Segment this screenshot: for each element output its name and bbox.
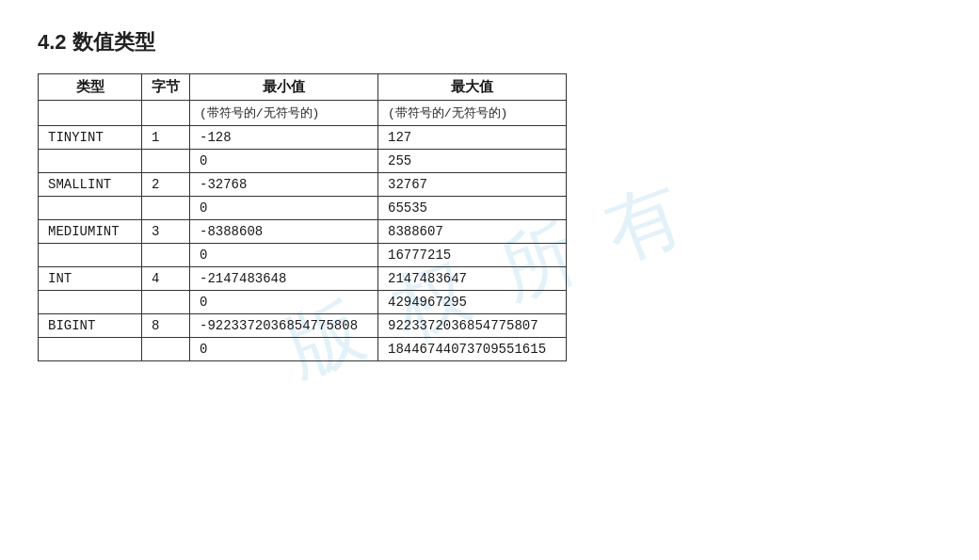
- header-max: 最大值: [378, 74, 567, 101]
- page-title: 4.2 数值类型: [38, 28, 941, 56]
- cell-bytes-3: [142, 197, 190, 220]
- cell-type-5: [39, 244, 142, 267]
- table-row: SMALLINT2-3276832767: [39, 173, 567, 197]
- cell-bytes-4: 3: [142, 220, 190, 244]
- cell-bytes-5: [142, 244, 190, 267]
- cell-type-1: [39, 150, 142, 173]
- table-row: 04294967295: [39, 291, 567, 314]
- cell-min-4: -8388608: [190, 220, 378, 244]
- cell-min-1: 0: [190, 150, 378, 173]
- cell-max-9: 18446744073709551615: [378, 338, 567, 361]
- cell-max-5: 16777215: [378, 244, 567, 267]
- header-type-sub: [39, 101, 142, 126]
- table-row: 018446744073709551615: [39, 338, 567, 361]
- cell-bytes-8: 8: [142, 314, 190, 338]
- cell-min-9: 0: [190, 338, 378, 361]
- header-bytes: 字节: [142, 74, 190, 101]
- table-row: BIGINT8-92233720368547758089223372036854…: [39, 314, 567, 338]
- cell-max-0: 127: [378, 126, 567, 150]
- cell-max-3: 65535: [378, 197, 567, 220]
- data-table-wrapper: 类型 字节 最小值 最大值 (带符号的/无符号的) (带符号的/无符号的) TI…: [38, 73, 567, 361]
- cell-min-6: -2147483648: [190, 267, 378, 291]
- table-row: MEDIUMINT3-83886088388607: [39, 220, 567, 244]
- cell-min-5: 0: [190, 244, 378, 267]
- cell-type-8: BIGINT: [39, 314, 142, 338]
- table-row: INT4-21474836482147483647: [39, 267, 567, 291]
- cell-type-2: SMALLINT: [39, 173, 142, 197]
- cell-bytes-6: 4: [142, 267, 190, 291]
- cell-max-4: 8388607: [378, 220, 567, 244]
- header-type: 类型: [39, 74, 142, 101]
- table-row: TINYINT1-128127: [39, 126, 567, 150]
- header-max-sub: (带符号的/无符号的): [378, 101, 567, 126]
- cell-type-7: [39, 291, 142, 314]
- cell-max-6: 2147483647: [378, 267, 567, 291]
- cell-type-0: TINYINT: [39, 126, 142, 150]
- cell-min-7: 0: [190, 291, 378, 314]
- cell-min-2: -32768: [190, 173, 378, 197]
- cell-min-3: 0: [190, 197, 378, 220]
- table-row: 0255: [39, 150, 567, 173]
- header-bytes-sub: [142, 101, 190, 126]
- cell-bytes-0: 1: [142, 126, 190, 150]
- table-row: 065535: [39, 197, 567, 220]
- cell-max-1: 255: [378, 150, 567, 173]
- cell-max-7: 4294967295: [378, 291, 567, 314]
- numeric-types-table: 类型 字节 最小值 最大值 (带符号的/无符号的) (带符号的/无符号的) TI…: [38, 73, 567, 361]
- table-row: 016777215: [39, 244, 567, 267]
- cell-type-4: MEDIUMINT: [39, 220, 142, 244]
- cell-min-0: -128: [190, 126, 378, 150]
- cell-min-8: -9223372036854775808: [190, 314, 378, 338]
- cell-bytes-1: [142, 150, 190, 173]
- cell-bytes-7: [142, 291, 190, 314]
- cell-type-9: [39, 338, 142, 361]
- header-min-sub: (带符号的/无符号的): [190, 101, 378, 126]
- cell-bytes-9: [142, 338, 190, 361]
- cell-max-8: 9223372036854775807: [378, 314, 567, 338]
- header-min: 最小值: [190, 74, 378, 101]
- cell-type-3: [39, 197, 142, 220]
- cell-max-2: 32767: [378, 173, 567, 197]
- cell-bytes-2: 2: [142, 173, 190, 197]
- cell-type-6: INT: [39, 267, 142, 291]
